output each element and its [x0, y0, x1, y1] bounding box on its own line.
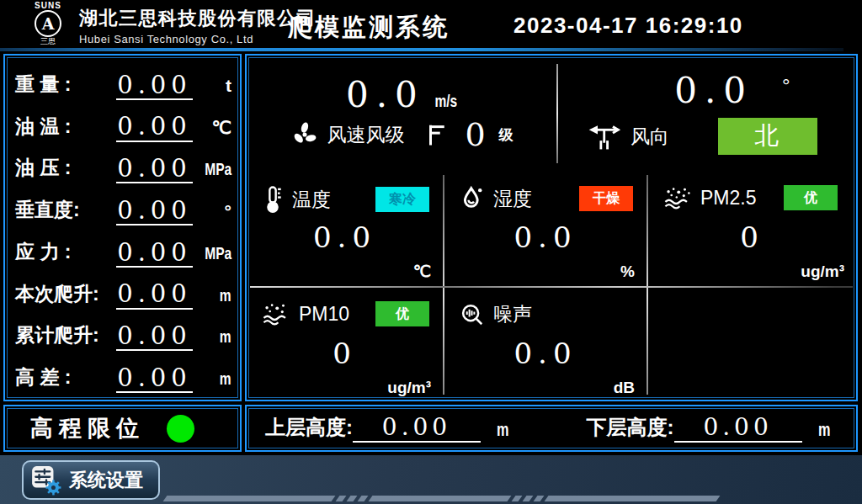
wind-direction-unit: °: [782, 74, 790, 98]
field-value: 0.00: [116, 156, 193, 183]
wind-direction-value: 0.0: [674, 72, 753, 109]
upper-height-value: 0.00: [353, 415, 481, 443]
upper-height-label: 上层高度:: [265, 414, 353, 443]
field-oil-pressure: 油 压 : 0.00 MPa: [15, 146, 231, 183]
sensor-value: 0.0: [247, 220, 443, 254]
upper-height-unit: m: [492, 419, 509, 443]
wind-vane-icon: [587, 121, 624, 151]
sensor-status-badge: 寒冷: [375, 187, 429, 212]
field-label: 重 量 :: [15, 72, 116, 100]
company-name-block: 湖北三思科技股份有限公司 Hubei Sansi Technology Co.,…: [79, 6, 317, 45]
company-name-cn: 湖北三思科技股份有限公司: [79, 6, 317, 31]
field-verticality: 垂直度: 0.00 °: [15, 188, 231, 225]
wind-direction-block: 0.0 ° 风向 北: [558, 56, 856, 172]
elevation-limit-label: 高程限位: [30, 413, 145, 443]
sensor-status-badge: 干燥: [579, 186, 633, 211]
field-value: 0.00: [116, 114, 193, 141]
lower-height-label: 下层高度:: [587, 414, 674, 443]
field-value: 0.00: [116, 323, 193, 351]
lower-height-field: 下层高度: 0.00 m: [587, 414, 831, 443]
lower-height-unit: m: [814, 419, 831, 443]
measurement-sidebar: 重 量 : 0.00 t 油 温 : 0.00 ℃ 油 压 : 0.00 MPa…: [3, 54, 242, 401]
header: SUNS A 三思 湖北三思科技股份有限公司 Hubei Sansi Techn…: [0, 0, 862, 48]
sensor-cell-noise: 噪声 0.0 dB: [444, 288, 646, 402]
wind-level-flag-icon: [426, 122, 448, 147]
sensor-value: 0: [247, 337, 443, 370]
field-unit: ℃: [193, 118, 231, 142]
wind-section: 0.0 m/s 风速风级: [247, 56, 856, 172]
app-root: SUNS A 三思 湖北三思科技股份有限公司 Hubei Sansi Techn…: [0, 0, 862, 504]
wind-direction-label: 风向: [631, 124, 669, 150]
field-value: 0.00: [116, 198, 193, 225]
field-label: 累计爬升:: [15, 322, 116, 351]
field-label: 垂直度:: [15, 197, 116, 225]
dust-icon: [663, 185, 692, 210]
footer-decor-stripe: [165, 496, 718, 501]
field-unit: MPa: [193, 159, 231, 183]
environment-panel: 0.0 m/s 风速风级: [245, 54, 858, 401]
system-settings-button[interactable]: 系统设置: [22, 460, 160, 500]
field-value: 0.00: [116, 281, 193, 309]
datetime-display: 2023-04-17 16:29:10: [513, 13, 743, 39]
field-current-climb: 本次爬升: 0.00 m: [15, 272, 231, 310]
field-value: 0.00: [116, 365, 193, 393]
field-value: 0.00: [116, 240, 193, 268]
company-name-en: Hubei Sansi Technology Co., Ltd: [79, 33, 317, 45]
wind-speed-unit: m/s: [427, 91, 457, 111]
sensor-status-badge: 优: [784, 185, 838, 210]
sensor-cell-temperature: 温度 寒冷 0.0 ℃: [247, 172, 443, 286]
layer-heights-panel: 上层高度: 0.00 m 下层高度: 0.00 m: [245, 405, 858, 452]
settings-icon: [30, 464, 62, 496]
field-unit: m: [193, 285, 231, 310]
wind-level-value: 0: [465, 119, 485, 151]
wind-speed-value: 0.0: [346, 77, 425, 114]
field-unit: MPa: [193, 243, 231, 268]
sensor-cell-empty: [648, 288, 856, 402]
field-oil-temp: 油 温 : 0.00 ℃: [15, 104, 231, 142]
sensor-unit: ug/m³: [801, 263, 844, 281]
field-unit: m: [193, 369, 231, 393]
upper-height-field: 上层高度: 0.00 m: [265, 414, 509, 443]
wind-speed-label: 风速风级: [327, 122, 404, 148]
logo-sub-text: 三思: [24, 37, 72, 45]
sensor-cell-pm25: PM2.5 优 0 ug/m³: [648, 172, 856, 286]
page-title: 爬模监测系统: [288, 11, 450, 45]
sensor-label: 噪声: [493, 301, 532, 327]
sensor-value: 0.0: [444, 220, 646, 254]
company-logo: SUNS A 三思: [24, 1, 72, 45]
field-total-climb: 累计爬升: 0.00 m: [15, 313, 231, 351]
logo-suns-text: SUNS: [24, 1, 72, 10]
fan-icon: [290, 119, 320, 150]
noise-icon: [460, 302, 485, 327]
sensor-cell-pm10: PM10 优 0 ug/m³: [247, 288, 443, 402]
logo-mark-icon: A: [35, 10, 61, 37]
footer-bar: 系统设置: [0, 455, 862, 504]
field-unit: °: [193, 201, 231, 225]
dust-icon: [262, 301, 290, 326]
field-unit: t: [193, 76, 231, 100]
wind-speed-block: 0.0 m/s 风速风级: [247, 56, 556, 172]
sensor-label: 湿度: [493, 186, 532, 212]
sensor-unit: ℃: [413, 262, 431, 281]
wind-direction-badge: 北: [718, 118, 817, 155]
wind-level-unit: 级: [499, 125, 513, 145]
sensor-value: 0: [648, 220, 856, 254]
sensor-label: PM2.5: [700, 187, 756, 210]
field-weight: 重 量 : 0.00 t: [15, 62, 231, 100]
sensor-cell-humidity: 湿度 干燥 0.0 %: [444, 172, 646, 286]
field-label: 应 力 :: [15, 239, 116, 268]
sensor-label: PM10: [299, 303, 349, 326]
field-value: 0.00: [116, 72, 193, 100]
elevation-limit-panel: 高程限位: [3, 405, 242, 452]
sensor-unit: dB: [614, 379, 635, 397]
header-divider: [0, 48, 843, 51]
sensor-value: 0.0: [444, 337, 646, 370]
sensor-label: 温度: [292, 187, 331, 213]
field-unit: m: [193, 326, 231, 351]
settings-button-label: 系统设置: [69, 468, 143, 493]
field-label: 油 压 :: [15, 155, 116, 183]
sensor-status-badge: 优: [375, 301, 429, 326]
field-label: 高 差 :: [15, 364, 116, 393]
field-height-diff: 高 差 : 0.00 m: [15, 355, 231, 393]
thermometer-icon: [262, 185, 284, 214]
